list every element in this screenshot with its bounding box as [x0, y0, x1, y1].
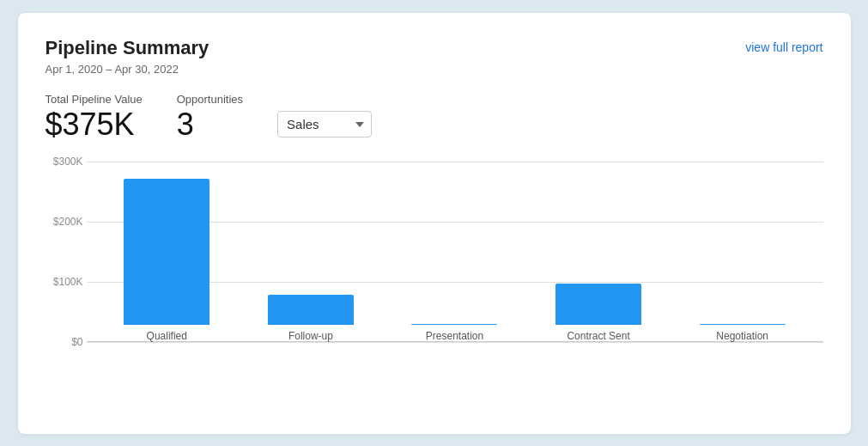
- opportunities-block: Opportunities 3: [177, 93, 243, 142]
- bar: [411, 324, 497, 325]
- bar: [124, 179, 209, 325]
- opportunities-label: Opportunities: [177, 93, 243, 106]
- page-title: Pipeline Summary: [46, 37, 209, 59]
- pipeline-summary-card: Pipeline Summary Apr 1, 2020 – Apr 30, 2…: [18, 13, 851, 434]
- bar: [700, 324, 786, 325]
- opportunities-value: 3: [177, 107, 243, 142]
- grid-label: $0: [42, 336, 83, 348]
- pipeline-label: Total Pipeline Value: [46, 93, 143, 106]
- date-range: Apr 1, 2020 – Apr 30, 2022: [46, 63, 209, 76]
- bar-group: Qualified: [95, 179, 240, 342]
- pipeline-dropdown[interactable]: SalesMarketingSupport: [277, 111, 372, 137]
- metrics-row: Total Pipeline Value $375K Opportunities…: [46, 93, 823, 142]
- bar: [268, 295, 354, 325]
- grid-label: $300K: [42, 156, 83, 168]
- header-row: Pipeline Summary Apr 1, 2020 – Apr 30, 2…: [46, 37, 823, 76]
- bar: [555, 284, 641, 325]
- bar-group: Follow-up: [239, 295, 383, 342]
- bar-group: Negotiation: [671, 324, 815, 342]
- pipeline-dropdown-wrapper[interactable]: SalesMarketingSupport: [277, 111, 372, 137]
- bars-container: Qualified Follow-up Presentation Contrac…: [87, 162, 823, 342]
- view-full-report-link[interactable]: view full report: [745, 37, 822, 54]
- bar-label: Contract Sent: [567, 330, 629, 342]
- bar-group: Presentation: [383, 324, 527, 342]
- pipeline-value-block: Total Pipeline Value $375K: [46, 93, 143, 142]
- bar-label: Negotiation: [716, 330, 768, 342]
- bar-label: Follow-up: [288, 330, 333, 342]
- pipeline-value: $375K: [46, 107, 143, 142]
- title-block: Pipeline Summary Apr 1, 2020 – Apr 30, 2…: [46, 37, 209, 76]
- bar-label: Qualified: [147, 330, 187, 342]
- bar-group: Contract Sent: [526, 284, 671, 342]
- grid-label: $100K: [42, 276, 83, 288]
- grid-label: $200K: [42, 216, 83, 228]
- chart-area: $300K$200K$100K$0 Qualified Follow-up Pr…: [46, 162, 823, 368]
- bar-label: Presentation: [426, 330, 483, 342]
